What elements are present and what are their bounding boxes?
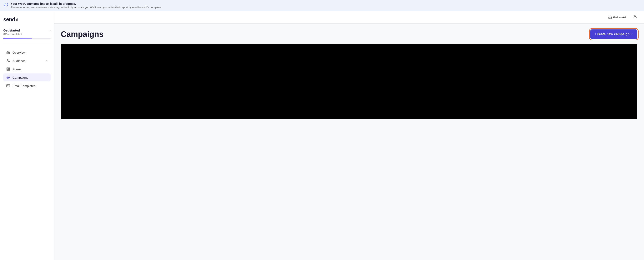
home-icon (6, 51, 10, 54)
svg-rect-6 (7, 84, 10, 87)
get-assist-label: Get assist (613, 16, 626, 19)
banner-title: Your WooCommerce import is still in prog… (11, 2, 162, 6)
sidebar-item-audience-label: Audience (12, 59, 43, 63)
person-icon (633, 15, 637, 19)
svg-rect-3 (7, 69, 8, 71)
nav-list: Overview Audience (3, 48, 50, 90)
create-campaign-label: Create new campaign (595, 32, 630, 36)
page-title: Campaigns (61, 30, 104, 39)
campaigns-icon (6, 76, 10, 79)
get-started-section[interactable]: Get started › 61% completed (3, 29, 50, 43)
forms-icon (6, 67, 10, 71)
logo-text: send (3, 16, 15, 23)
import-banner: Your WooCommerce import is still in prog… (0, 0, 644, 11)
main-content: Get assist Campaigns Create new campaign… (54, 11, 644, 260)
top-bar: Get assist (54, 11, 644, 24)
svg-point-7 (635, 15, 636, 17)
logo: send (3, 16, 50, 23)
get-started-header[interactable]: Get started › (3, 29, 50, 32)
progress-bar-fill (3, 38, 32, 39)
banner-description: Revenue, order, and customer data may no… (11, 6, 162, 9)
sidebar: send Get started › 61% completed (0, 11, 54, 260)
audience-chevron-icon (45, 59, 48, 63)
email-icon (6, 84, 10, 88)
create-campaign-arrow: › (631, 32, 632, 36)
progress-bar-container (3, 38, 50, 39)
sidebar-item-audience[interactable]: Audience (3, 57, 50, 65)
svg-rect-4 (8, 69, 10, 71)
sidebar-item-campaigns[interactable]: Campaigns (3, 73, 50, 81)
svg-point-0 (7, 59, 8, 61)
create-new-campaign-button[interactable]: Create new campaign › (590, 29, 637, 39)
get-started-subtitle: 61% completed (3, 33, 50, 36)
sidebar-item-forms[interactable]: Forms (3, 65, 50, 73)
svg-rect-2 (8, 68, 10, 69)
content-area: Campaigns Create new campaign › (54, 24, 644, 260)
logo-bar-1 (16, 19, 17, 21)
sidebar-item-overview-label: Overview (12, 51, 48, 54)
banner-text: Your WooCommerce import is still in prog… (11, 2, 162, 9)
sidebar-nav: Overview Audience (3, 48, 50, 90)
get-assist-button[interactable]: Get assist (606, 14, 628, 21)
get-started-chevron: › (50, 29, 50, 32)
page-header: Campaigns Create new campaign › (61, 29, 637, 39)
sidebar-item-overview[interactable]: Overview (3, 48, 50, 56)
user-profile-button[interactable] (632, 14, 639, 21)
sidebar-item-email-templates-label: Email Templates (12, 84, 48, 88)
users-icon (6, 59, 10, 63)
sidebar-item-email-templates[interactable]: Email Templates (3, 82, 50, 90)
svg-rect-1 (7, 68, 8, 69)
logo-bar-2 (18, 18, 18, 21)
campaigns-content-area (61, 44, 637, 119)
get-started-title: Get started (3, 29, 20, 32)
logo-bars (16, 18, 18, 21)
headset-icon (608, 16, 612, 19)
sidebar-item-campaigns-label: Campaigns (12, 76, 48, 79)
sync-icon (4, 3, 8, 8)
sidebar-item-forms-label: Forms (12, 67, 48, 71)
